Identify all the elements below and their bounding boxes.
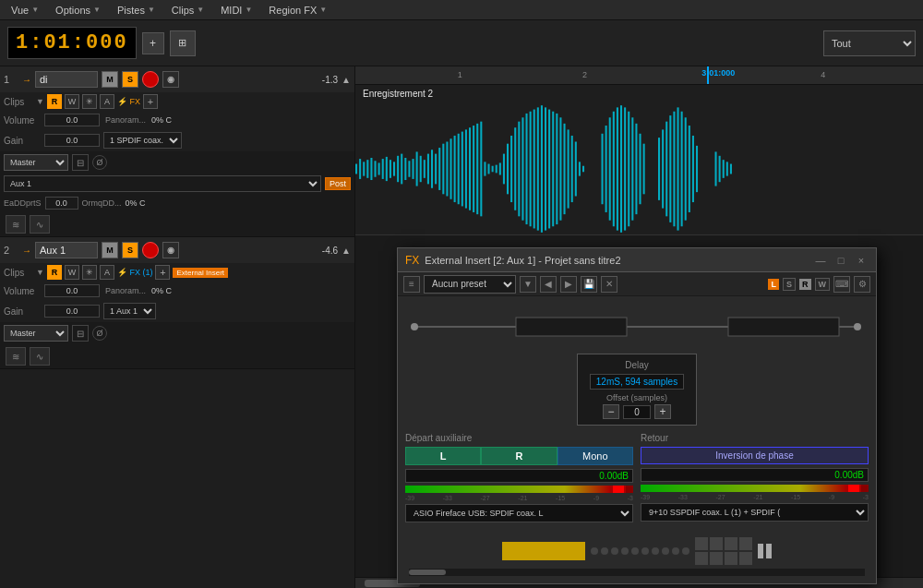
track-1-fx-label[interactable]: ⚡ FX	[117, 97, 140, 106]
dialog-transport-yellow[interactable]	[502, 542, 585, 560]
menu-region-fx[interactable]: Region FX ▼	[261, 3, 334, 18]
dialog-R-indicator[interactable]: R	[799, 279, 811, 290]
dialog-next-btn[interactable]: ▶	[560, 276, 577, 293]
menu-arrow-clips: ▼	[197, 6, 204, 14]
svg-rect-12	[401, 154, 402, 185]
track-1-volume-knob[interactable]: 0.0	[44, 114, 100, 126]
dialog-close-btn[interactable]: ×	[854, 253, 869, 268]
menu-clips[interactable]: Clips ▼	[164, 3, 211, 18]
track-2-expand-icon[interactable]: ▲	[342, 246, 351, 256]
track-1-master-select[interactable]: Master	[4, 154, 68, 171]
depart-R-btn[interactable]: R	[481, 447, 557, 465]
dialog-S-indicator[interactable]: S	[783, 278, 796, 291]
track-2-aux-select[interactable]: 1 Aux 1	[103, 303, 156, 319]
svg-rect-71	[640, 134, 641, 204]
track-2-eq-icon[interactable]: ≋	[6, 347, 26, 366]
track-1-send-row: Aux 1 Post	[0, 174, 354, 194]
track-1-send-knob[interactable]: 0.0	[45, 197, 78, 210]
clips-arrow-2[interactable]: ▼	[36, 268, 44, 277]
dialog-menu-btn[interactable]: ≡	[403, 276, 420, 293]
track-1-monitor-btn[interactable]: ◉	[162, 71, 179, 88]
track-1-mute-btn[interactable]: M	[102, 71, 118, 88]
grid-cell-4	[739, 537, 752, 550]
dialog-preset-select[interactable]: Aucun preset	[424, 275, 516, 294]
dialog-arrow-down-btn[interactable]: ▼	[520, 276, 536, 293]
track-1-send-select[interactable]: Aux 1	[4, 175, 321, 192]
track-2-volume-knob[interactable]: 0.0	[44, 284, 100, 297]
retour-device-select[interactable]: 9+10 SSPDIF coax. L (1) + SPDIF (	[641, 503, 869, 522]
track-1-eq-icon[interactable]: ≋	[6, 215, 26, 234]
delay-value[interactable]: 12mS, 594 samples	[590, 374, 684, 390]
svg-rect-53	[556, 114, 557, 224]
svg-rect-86	[723, 160, 725, 178]
track-1-expand-icon[interactable]: ▲	[342, 75, 351, 85]
track-2-r-btn[interactable]: R	[47, 265, 62, 280]
track-2-arrow[interactable]: →	[22, 246, 31, 256]
track-2-solo-btn[interactable]: S	[122, 242, 138, 258]
dialog-save-btn[interactable]: 💾	[581, 276, 597, 293]
track-2-fx-label[interactable]: ⚡ FX (1)	[117, 268, 153, 277]
track-2-record-btn[interactable]	[142, 242, 159, 258]
track-2-w-btn[interactable]: W	[65, 265, 79, 280]
zoom-select[interactable]: Tout	[823, 30, 916, 56]
add-marker-button[interactable]: +	[142, 32, 164, 54]
loop-button[interactable]: ⊞	[170, 30, 196, 56]
track-2-gain-knob[interactable]: 0.0	[44, 305, 100, 318]
track-2-ext-insert-btn[interactable]: External Insert	[173, 268, 228, 278]
track-2-master-select[interactable]: Master	[4, 325, 68, 342]
clips-arrow-1[interactable]: ▼	[36, 97, 44, 106]
menu-vue[interactable]: Vue ▼	[4, 3, 46, 18]
dialog-minimize-btn[interactable]: —	[813, 253, 828, 268]
menu-options[interactable]: Options ▼	[48, 3, 108, 18]
track-1-volume: -1.3	[310, 75, 338, 85]
track-1-arrow[interactable]: →	[22, 75, 31, 85]
track-1-add-btn[interactable]: +	[143, 94, 158, 109]
delay-plus-btn[interactable]: +	[654, 404, 671, 419]
track-1-post-btn[interactable]: Post	[325, 177, 351, 190]
dialog-L-indicator[interactable]: L	[768, 279, 779, 290]
track-1-meter-icon[interactable]: ⊟	[72, 154, 89, 171]
track-2-meter-icon[interactable]: ⊟	[72, 325, 89, 342]
delay-minus-btn[interactable]: −	[603, 404, 619, 419]
track-1-w-btn[interactable]: W	[65, 94, 79, 109]
dialog-maximize-btn[interactable]: □	[833, 253, 848, 268]
inversion-btn[interactable]: Inversion de phase	[641, 447, 869, 464]
track-1-gain-knob[interactable]: 0.0	[44, 134, 100, 147]
track-1-record-btn[interactable]	[142, 71, 159, 88]
depart-label: Départ auxiliaire	[405, 433, 633, 443]
dialog-scrollbar-thumb[interactable]	[409, 570, 446, 575]
connection-lines-svg	[405, 304, 869, 350]
menu-midi[interactable]: MIDI ▼	[213, 3, 259, 18]
svg-rect-0	[355, 164, 357, 174]
depart-mono-btn[interactable]: Mono	[557, 447, 633, 465]
track-2-asterisk-btn[interactable]: ✳	[82, 265, 97, 280]
dialog-delete-btn[interactable]: ✕	[601, 276, 617, 293]
depart-device-select[interactable]: ASIO Fireface USB: SPDIF coax. L	[405, 504, 633, 522]
dialog-settings-icon[interactable]: ⚙	[854, 276, 870, 293]
track-1-a-btn[interactable]: A	[100, 94, 114, 109]
dialog-prev-btn[interactable]: ◀	[540, 276, 557, 293]
dialog-pause-icon[interactable]	[758, 544, 772, 558]
track-1-name[interactable]: di	[35, 71, 98, 88]
dialog-keyboard-icon[interactable]: ⌨	[833, 276, 850, 293]
track-2-phase-icon[interactable]: Ø	[92, 326, 107, 341]
track-2-add-btn[interactable]: +	[155, 265, 170, 280]
track-2-a-btn[interactable]: A	[100, 265, 114, 280]
track-1-spdif-select[interactable]: 1 SPDIF coax.	[103, 132, 182, 149]
delay-offset-value[interactable]: 0	[623, 405, 651, 419]
waveform-svg-1	[355, 103, 923, 234]
svg-rect-62	[605, 126, 607, 212]
dialog-scrollbar[interactable]	[409, 569, 865, 576]
track-1-r-btn[interactable]: R	[47, 94, 62, 109]
depart-L-btn[interactable]: L	[405, 447, 481, 465]
track-2-wave-icon[interactable]: ∿	[30, 347, 50, 366]
track-2-name[interactable]: Aux 1	[35, 242, 98, 258]
track-1-wave-icon[interactable]: ∿	[30, 215, 50, 234]
track-2-mute-btn[interactable]: M	[102, 242, 118, 258]
menu-pistes[interactable]: Pistes ▼	[110, 3, 162, 18]
track-1-phase-icon[interactable]: Ø	[92, 155, 107, 170]
track-1-solo-btn[interactable]: S	[122, 71, 138, 88]
dialog-W-indicator[interactable]: W	[815, 278, 831, 291]
track-1-asterisk-btn[interactable]: ✳	[82, 94, 97, 109]
track-2-monitor-btn[interactable]: ◉	[162, 242, 179, 258]
